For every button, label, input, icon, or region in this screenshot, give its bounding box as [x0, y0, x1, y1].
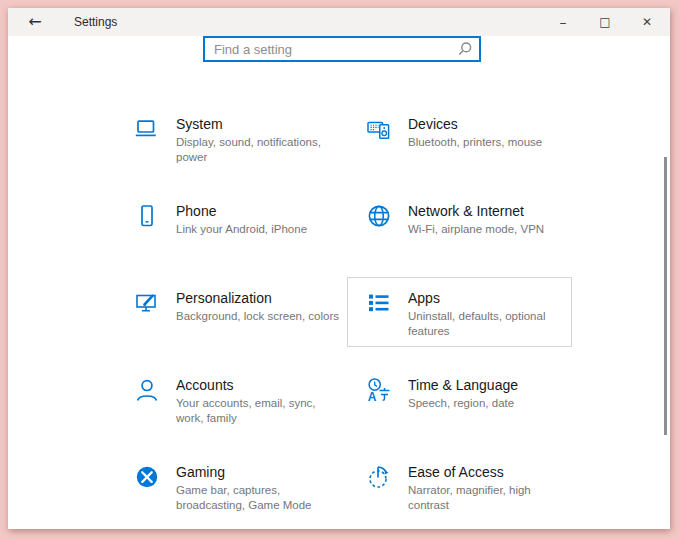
tile-title: Devices — [408, 115, 572, 133]
network-icon — [366, 203, 392, 229]
maximize-button[interactable]: □ — [584, 8, 626, 36]
tile-system[interactable]: System Display, sound, notifications, po… — [115, 103, 340, 173]
tile-subtitle: Your accounts, email, sync, work, family — [176, 396, 340, 426]
phone-icon — [134, 203, 160, 229]
minimize-button[interactable]: – — [542, 8, 584, 36]
tile-gaming[interactable]: Gaming Game bar, captures, broadcasting,… — [115, 451, 340, 521]
tile-accounts[interactable]: Accounts Your accounts, email, sync, wor… — [115, 364, 340, 434]
tile-title: Gaming — [176, 463, 340, 481]
search-box[interactable] — [203, 36, 481, 62]
tile-apps[interactable]: Apps Uninstall, defaults, optional featu… — [347, 277, 572, 347]
tile-title: Ease of Access — [408, 463, 572, 481]
tile-network[interactable]: Network & Internet Wi-Fi, airplane mode,… — [347, 190, 572, 260]
settings-window: ← Settings – □ ✕ System Display, sound, … — [8, 8, 670, 529]
tile-personalization[interactable]: Personalization Background, lock screen,… — [115, 277, 340, 347]
tile-subtitle: Narrator, magnifier, high contrast — [408, 483, 572, 513]
accounts-icon — [134, 377, 160, 403]
app-title: Settings — [74, 15, 117, 29]
tile-title: Phone — [176, 202, 340, 220]
tile-subtitle: Speech, region, date — [408, 396, 572, 411]
apps-icon — [366, 290, 392, 316]
system-icon — [134, 116, 160, 142]
tile-title: Accounts — [176, 376, 340, 394]
tile-title: Personalization — [176, 289, 340, 307]
search-icon — [457, 41, 473, 57]
tile-subtitle: Link your Android, iPhone — [176, 222, 340, 237]
vertical-scrollbar[interactable] — [664, 157, 667, 435]
tile-title: Time & Language — [408, 376, 572, 394]
close-button[interactable]: ✕ — [626, 8, 668, 36]
tile-title: System — [176, 115, 340, 133]
tile-title: Apps — [408, 289, 572, 307]
tile-subtitle: Uninstall, defaults, optional features — [408, 309, 572, 339]
settings-grid: System Display, sound, notifications, po… — [115, 103, 581, 538]
gaming-icon — [134, 464, 160, 490]
tile-phone[interactable]: Phone Link your Android, iPhone — [115, 190, 340, 260]
devices-icon — [366, 116, 392, 142]
tile-subtitle: Display, sound, notifications, power — [176, 135, 340, 165]
tile-subtitle: Game bar, captures, broadcasting, Game M… — [176, 483, 340, 513]
personalization-icon — [134, 290, 160, 316]
svg-text:A: A — [368, 390, 377, 404]
time-language-icon: A — [366, 377, 392, 403]
search-input[interactable] — [205, 38, 479, 60]
tile-subtitle: Wi-Fi, airplane mode, VPN — [408, 222, 572, 237]
tile-subtitle: Background, lock screen, colors — [176, 309, 340, 324]
back-button[interactable]: ← — [16, 8, 54, 36]
window-controls: – □ ✕ — [542, 8, 668, 36]
tile-ease-of-access[interactable]: Ease of Access Narrator, magnifier, high… — [347, 451, 572, 521]
tile-title: Network & Internet — [408, 202, 572, 220]
titlebar: ← Settings – □ ✕ — [8, 8, 670, 36]
ease-of-access-icon — [366, 464, 392, 490]
tile-subtitle: Bluetooth, printers, mouse — [408, 135, 572, 150]
tile-devices[interactable]: Devices Bluetooth, printers, mouse — [347, 103, 572, 173]
tile-time-language[interactable]: A Time & Language Speech, region, date — [347, 364, 572, 434]
